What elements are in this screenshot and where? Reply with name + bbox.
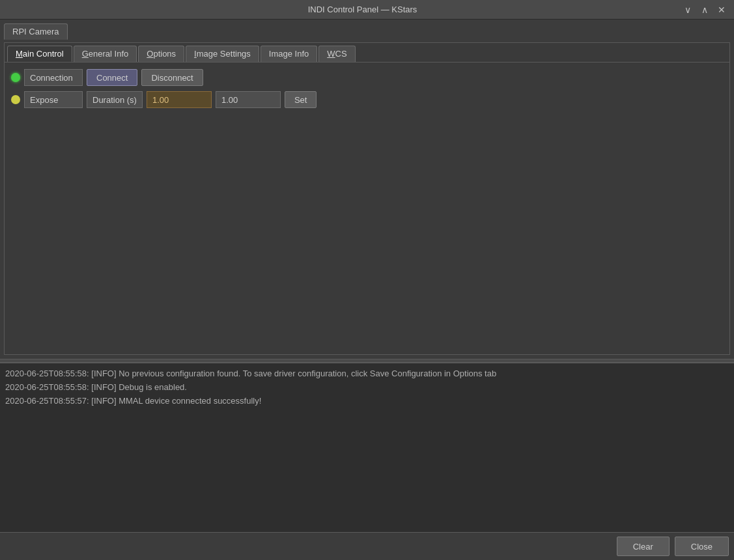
tab-options[interactable]: Options xyxy=(138,46,184,62)
expose-label: Expose xyxy=(24,91,83,108)
log-content: 2020-06-25T08:55:58: [INFO] No previous … xyxy=(0,363,734,532)
device-tab-bar: RPI Camera xyxy=(4,23,730,40)
set-button[interactable]: Set xyxy=(285,91,317,108)
expose-value1[interactable]: 1.00 xyxy=(147,91,212,108)
connect-button[interactable]: Connect xyxy=(87,69,137,86)
bottom-bar: Clear Close xyxy=(0,532,734,560)
close-button[interactable]: ✕ xyxy=(714,3,729,17)
tab-main-control[interactable]: Main Control xyxy=(7,46,72,62)
clear-button[interactable]: Clear xyxy=(617,537,670,556)
minimize-button[interactable]: ∨ xyxy=(681,3,695,17)
main-content: RPI Camera Main Control General Info Opt… xyxy=(0,20,734,359)
title-bar: INDI Control Panel — KStars ∨ ∧ ✕ xyxy=(0,0,734,20)
tab-image-info[interactable]: Image Info xyxy=(261,46,317,62)
log-entry-1: 2020-06-25T08:55:58: [INFO] No previous … xyxy=(5,367,729,381)
tab-general-info[interactable]: General Info xyxy=(74,46,137,62)
tab-content: Connection Connect Disconnect Expose Dur… xyxy=(5,63,729,354)
connection-status-indicator xyxy=(11,73,20,82)
disconnect-button[interactable]: Disconnect xyxy=(141,69,203,86)
sub-tab-bar: Main Control General Info Options Image … xyxy=(5,43,729,63)
title-bar-controls: ∨ ∧ ✕ xyxy=(681,3,729,17)
connection-label: Connection xyxy=(24,69,83,86)
window-title: INDI Control Panel — KStars xyxy=(44,5,681,14)
close-button[interactable]: Close xyxy=(675,537,729,556)
log-entry-2: 2020-06-25T08:55:58: [INFO] Debug is ena… xyxy=(5,381,729,395)
log-area: 2020-06-25T08:55:58: [INFO] No previous … xyxy=(0,363,734,532)
tab-wcs[interactable]: WCS xyxy=(318,46,355,62)
expose-row: Expose Duration (s) 1.00 1.00 Set xyxy=(11,91,723,108)
panel-area: Main Control General Info Options Image … xyxy=(4,42,730,355)
tab-image-settings[interactable]: Image Settings xyxy=(186,46,259,62)
maximize-button[interactable]: ∧ xyxy=(698,3,712,17)
device-tab-rpi-camera[interactable]: RPI Camera xyxy=(4,23,68,40)
expose-status-indicator xyxy=(11,95,20,104)
duration-label: Duration (s) xyxy=(87,91,143,108)
log-entry-3: 2020-06-25T08:55:57: [INFO] MMAL device … xyxy=(5,395,729,408)
expose-value2[interactable]: 1.00 xyxy=(216,91,281,108)
connection-row: Connection Connect Disconnect xyxy=(11,69,723,86)
